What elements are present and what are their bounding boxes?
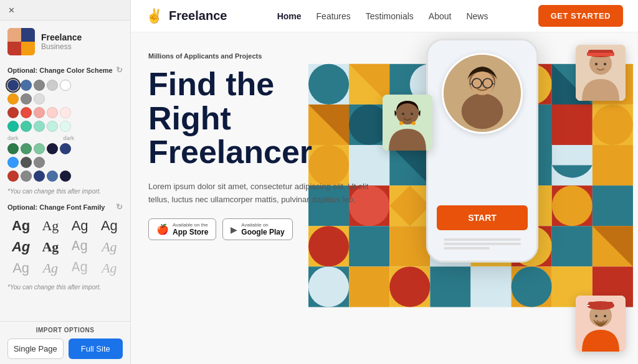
font-sample-10[interactable]: Ag [37,259,64,278]
swatch[interactable] [34,107,45,118]
hero-description: Lorem ipsum dolor sit amet, consectetur … [148,180,375,207]
swatch[interactable] [7,80,19,91]
swatch[interactable] [47,143,58,154]
app-store-badge[interactable]: 🍎 Available on the App Store [148,218,216,240]
swatch[interactable] [60,121,71,132]
color-row-1 [7,80,123,91]
swatch[interactable] [21,80,32,91]
swatch[interactable] [47,80,58,91]
svg-point-90 [595,315,598,317]
font-sample-8[interactable]: Ag [96,238,123,256]
swatch[interactable] [47,107,58,118]
svg-point-22 [593,105,633,145]
swatch[interactable] [34,93,45,105]
svg-rect-77 [587,53,614,56]
swatch[interactable] [7,143,19,154]
google-play-badge[interactable]: ▶ Available on Google Play [222,218,292,240]
google-play-name: Google Play [241,228,284,236]
svg-point-83 [411,113,413,115]
color-row-3 [7,107,123,118]
nav-link-news[interactable]: News [466,11,488,21]
font-sample-12[interactable]: Ag [96,259,123,278]
float-card-left-mid [383,95,432,151]
swatch[interactable] [34,157,45,168]
color-scheme-title: Optional: Change Color Scheme ↻ [7,65,123,75]
font-sample-11[interactable]: Ag [67,259,93,278]
app-store-sub: Available on the [173,222,208,228]
svg-rect-20 [552,105,593,145]
get-started-button[interactable]: GET STARTED [538,5,623,27]
app-name: Freelance [41,32,82,42]
hero-section: Millions of Applicants and Projects Find… [131,32,638,364]
swatch[interactable] [34,121,45,132]
swatch[interactable] [21,143,32,154]
phone-screen: START [428,40,536,261]
swatch[interactable] [60,143,71,154]
single-page-button[interactable]: Single Page [7,338,64,359]
svg-rect-46 [389,226,430,266]
swatch[interactable] [60,170,71,182]
svg-rect-89 [588,302,613,308]
swatch[interactable] [34,80,45,91]
brand-icon: ✌️ [146,8,163,24]
left-panel: ✕ Freelance Business Optional: Change Co… [0,0,131,364]
font-refresh-icon[interactable]: ↻ [116,202,123,212]
app-store-name: App Store [173,228,208,236]
font-sample-7[interactable]: Ag [67,238,93,256]
font-family-section: Optional: Change Font Family ↻ Ag Ag Ag … [0,197,130,282]
swatch[interactable] [47,121,58,132]
svg-point-78 [595,63,598,65]
color-row-5 [7,143,123,154]
nav-link-about[interactable]: About [429,11,452,21]
site-nav: ✌️ Freelance Home Features Testimonials … [131,0,638,32]
nav-link-home[interactable]: Home [277,11,302,21]
hero-tagline: Millions of Applicants and Projects [148,52,375,60]
swatch[interactable] [7,93,19,105]
swatch[interactable] [47,170,58,182]
font-sample-3[interactable]: Ag [67,217,93,235]
swatch[interactable] [60,80,71,91]
app-info: Freelance Business [0,21,130,60]
svg-point-61 [512,266,552,307]
color-scheme-section: Optional: Change Color Scheme ↻ [0,60,130,187]
swatch[interactable] [7,121,19,132]
color-refresh-icon[interactable]: ↻ [116,65,123,75]
svg-point-57 [389,266,430,307]
swatch[interactable] [21,170,32,182]
svg-rect-42 [593,185,633,226]
swatch[interactable] [21,157,32,168]
float-person-bottom [576,296,626,352]
swatch[interactable] [34,170,45,182]
nav-links: Home Features Testimonials About News [277,11,488,21]
panel-header: ✕ [0,0,130,21]
swatch[interactable] [60,107,71,118]
font-sample-6[interactable]: Ag [37,238,64,256]
swatch[interactable] [7,157,19,168]
swatch[interactable] [7,107,19,118]
brand-name: Freelance [169,9,227,23]
play-icon: ▶ [231,225,237,235]
font-sample-2[interactable]: Ag [37,217,64,235]
color-grid: dark dark [7,80,123,182]
swatch[interactable] [21,121,32,132]
phone-start-button[interactable]: START [437,205,528,230]
hero-content: Millions of Applicants and Projects Find… [131,32,393,364]
font-sample-9[interactable]: Ag [7,259,34,278]
font-sample-4[interactable]: Ag [96,217,123,235]
close-button[interactable]: ✕ [6,5,16,15]
phone-text-line-short [444,247,490,250]
nav-link-testimonials[interactable]: Testimonials [366,11,414,21]
swatch[interactable] [7,170,19,182]
svg-rect-59 [470,266,511,307]
swatch[interactable] [21,107,32,118]
font-grid: Ag Ag Ag Ag Ag Ag Ag Ag Ag Ag Ag Ag [7,217,123,278]
font-sample-1[interactable]: Ag [7,217,34,235]
float-card-top-right [576,45,626,101]
swatch[interactable] [34,143,45,154]
font-sample-5[interactable]: Ag [7,238,34,256]
nav-link-features[interactable]: Features [317,11,351,21]
app-badges: 🍎 Available on the App Store ▶ Available… [148,218,375,240]
color-row-4 [7,121,123,132]
swatch[interactable] [21,93,32,105]
full-site-button[interactable]: Full Site [69,338,123,359]
